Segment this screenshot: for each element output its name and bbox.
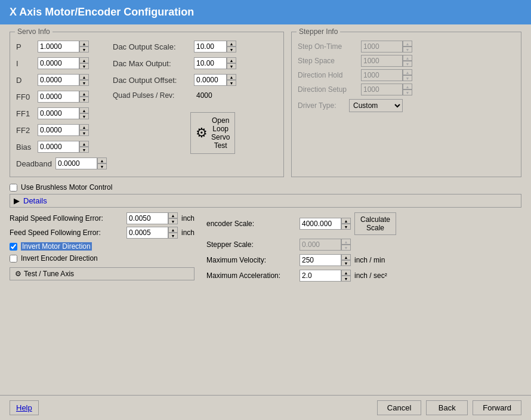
dac-offset-down[interactable]: ▼ (227, 80, 236, 86)
servo-ff0-down[interactable]: ▼ (79, 97, 89, 103)
max-velocity-row: Maximum Velocity: ▲ ▼ inch / min (206, 254, 396, 266)
dac-scale-label: Dac Output Scale: (113, 42, 190, 51)
servo-p-up[interactable]: ▲ (79, 41, 89, 47)
servo-ff1-up[interactable]: ▲ (79, 107, 89, 113)
encoder-scale-spin[interactable]: ▲ ▼ (300, 218, 351, 230)
servo-ff1-label: FF1 (16, 109, 34, 118)
dac-offset-input[interactable] (194, 74, 227, 86)
dac-scale-spin[interactable]: ▲ ▼ (194, 41, 236, 52)
servo-ff1-down[interactable]: ▼ (79, 113, 89, 119)
servo-deadband-down[interactable]: ▼ (97, 163, 107, 169)
dac-max-up[interactable]: ▲ (227, 57, 236, 63)
servo-d-label: D (16, 76, 34, 85)
dac-scale-input[interactable] (194, 41, 227, 52)
servo-ff1-input[interactable] (38, 107, 79, 119)
forward-button[interactable]: Forward (473, 400, 521, 415)
driver-type-select[interactable]: Custom Standard Step/Dir (349, 99, 403, 112)
servo-bias-input[interactable] (38, 141, 79, 153)
servo-p-input[interactable] (38, 41, 79, 52)
max-velocity-input[interactable] (300, 254, 341, 266)
servo-info-title: Servo Info (15, 27, 53, 36)
max-velocity-up[interactable]: ▲ (341, 254, 351, 260)
rapid-speed-input[interactable] (126, 212, 168, 224)
servo-d-input[interactable] (38, 74, 79, 86)
rapid-speed-unit: inch (181, 214, 195, 223)
help-button[interactable]: Help (10, 400, 39, 415)
calculate-scale-button[interactable]: CalculateScale (354, 212, 396, 235)
back-button[interactable]: Back (426, 400, 468, 415)
servo-bias-spin[interactable]: ▲ ▼ (38, 141, 89, 153)
max-accel-up[interactable]: ▲ (341, 270, 351, 276)
direction-setup-spin: ▲ ▼ (361, 84, 412, 95)
servo-i-input[interactable] (38, 57, 79, 69)
feed-speed-input[interactable] (126, 227, 168, 239)
servo-ff1-spin[interactable]: ▲ ▼ (38, 107, 89, 119)
bottom-left-col: Rapid Speed Following Error: ▲ ▼ inch Fe… (10, 212, 195, 282)
dac-max-label: Dac Max Output: (113, 59, 190, 68)
servo-ff0-up[interactable]: ▲ (79, 91, 89, 97)
details-link[interactable]: Details (23, 196, 47, 205)
dac-max-spin[interactable]: ▲ ▼ (194, 57, 236, 69)
servo-ff0-spin[interactable]: ▲ ▼ (38, 91, 89, 103)
encoder-scale-down[interactable]: ▼ (341, 224, 351, 230)
rapid-speed-down[interactable]: ▼ (168, 218, 178, 224)
cancel-button[interactable]: Cancel (377, 400, 421, 415)
dac-max-row: Dac Max Output: ▲ ▼ (113, 57, 236, 69)
servo-bias-up[interactable]: ▲ (79, 141, 89, 147)
servo-i-down[interactable]: ▼ (79, 63, 89, 69)
invert-motor-checkbox[interactable] (10, 243, 17, 251)
encoder-scale-up[interactable]: ▲ (341, 218, 351, 224)
max-accel-down[interactable]: ▼ (341, 276, 351, 282)
max-accel-input[interactable] (300, 270, 341, 282)
test-tune-icon: ⚙ (15, 270, 21, 278)
direction-hold-input (361, 69, 403, 81)
dac-offset-row: Dac Output Offset: ▲ ▼ (113, 74, 236, 86)
test-tune-axis-button[interactable]: ⚙ Test / Tune Axis (10, 267, 195, 280)
dac-scale-up[interactable]: ▲ (227, 41, 236, 47)
servo-d-down[interactable]: ▼ (79, 80, 89, 86)
servo-deadband-spin[interactable]: ▲ ▼ (55, 158, 107, 169)
servo-deadband-up[interactable]: ▲ (97, 158, 107, 163)
openloop-line1: Open (212, 116, 229, 125)
dac-max-spinbtns: ▲ ▼ (227, 57, 236, 69)
rapid-speed-up[interactable]: ▲ (168, 212, 178, 218)
servo-ff0-input[interactable] (38, 91, 79, 103)
invert-encoder-checkbox[interactable] (10, 255, 17, 262)
servo-i-up[interactable]: ▲ (79, 57, 89, 63)
brushless-checkbox[interactable] (10, 184, 17, 192)
servo-ff2-spin[interactable]: ▲ ▼ (38, 124, 89, 136)
max-accel-spin[interactable]: ▲ ▼ (300, 270, 351, 282)
feed-speed-spin[interactable]: ▲ ▼ (126, 227, 178, 239)
stepper-scale-spin: ▲ ▼ (300, 239, 351, 251)
servo-ff0-row: FF0 ▲ ▼ (16, 91, 107, 103)
servo-d-spin[interactable]: ▲ ▼ (38, 74, 89, 86)
dac-max-down[interactable]: ▼ (227, 63, 236, 69)
servo-p-spin[interactable]: ▲ ▼ (38, 41, 89, 52)
details-row[interactable]: ▶ Details (10, 194, 521, 208)
rapid-speed-spin[interactable]: ▲ ▼ (126, 212, 178, 224)
servo-ff2-input[interactable] (38, 124, 79, 136)
servo-info-panel: Servo Info P ▲ ▼ (10, 32, 284, 177)
encoder-scale-input[interactable] (300, 218, 341, 230)
servo-p-down[interactable]: ▼ (79, 47, 89, 52)
servo-p-row: P ▲ ▼ (16, 41, 107, 52)
servo-ff2-up[interactable]: ▲ (79, 124, 89, 130)
feed-speed-down[interactable]: ▼ (168, 233, 178, 239)
servo-ff2-down[interactable]: ▼ (79, 130, 89, 136)
feed-speed-up[interactable]: ▲ (168, 227, 178, 233)
dac-max-input[interactable] (194, 57, 227, 69)
max-velocity-down[interactable]: ▼ (341, 260, 351, 266)
max-velocity-spinbtns: ▲ ▼ (341, 254, 351, 266)
servo-i-spin[interactable]: ▲ ▼ (38, 57, 89, 69)
dac-offset-up[interactable]: ▲ (227, 74, 236, 80)
servo-bias-down[interactable]: ▼ (79, 147, 89, 153)
open-loop-servo-test-button[interactable]: ⚙ Open Loop Servo Test (190, 112, 235, 154)
servo-deadband-input[interactable] (55, 158, 97, 169)
servo-d-up[interactable]: ▲ (79, 74, 89, 80)
max-velocity-spin[interactable]: ▲ ▼ (300, 254, 351, 266)
dac-offset-spin[interactable]: ▲ ▼ (194, 74, 236, 86)
rapid-speed-row: Rapid Speed Following Error: ▲ ▼ inch (10, 212, 195, 224)
dac-scale-down[interactable]: ▼ (227, 47, 236, 52)
servo-ff0-label: FF0 (16, 92, 34, 101)
direction-setup-input (361, 84, 403, 95)
